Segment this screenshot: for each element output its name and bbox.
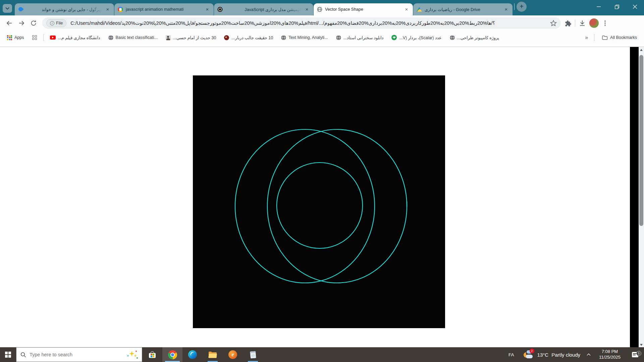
bookmark-item[interactable]: عدد (Scalar)، بردار (V...	[388, 33, 444, 42]
bookmark-item[interactable]: دانلود سخنرانی استاد...	[333, 33, 387, 42]
bookmark-item[interactable]: 30 حدیث از امام حسی...	[163, 33, 219, 42]
window-controls	[590, 0, 644, 13]
restore-icon	[615, 5, 619, 9]
graduation-cap-icon	[391, 35, 397, 40]
clock[interactable]: 7:08 PM 11/25/2025	[594, 349, 626, 360]
tab-vector-space-shape[interactable]: Vector Space Shape ×	[314, 3, 413, 15]
bookmarks-separator	[594, 34, 594, 41]
reload-button[interactable]	[28, 17, 40, 29]
scroll-down-button[interactable]	[639, 342, 644, 348]
download-manager-icon: e	[228, 350, 237, 359]
new-tab-button[interactable]: +	[517, 2, 527, 12]
search-icon	[20, 352, 26, 358]
bookmark-label: Text Mining, Analyti...	[288, 35, 328, 40]
profile-avatar[interactable]	[589, 18, 599, 28]
bookmarks-overflow-chevron[interactable]: »	[584, 35, 589, 41]
time: 7:08 PM	[594, 349, 626, 355]
start-button[interactable]	[0, 347, 16, 362]
bookmark-label: 10 حقیقت جالب دربار...	[231, 35, 273, 40]
tab-close-icon[interactable]: ×	[503, 6, 509, 12]
browser-titlebar: ویرگول - جایی برای نوشتن و خواند × javas…	[0, 0, 644, 15]
taskbar-apps: e	[142, 347, 263, 362]
minimize-icon	[597, 5, 601, 9]
taskbar-file-explorer[interactable]	[203, 347, 223, 362]
taskbar-search[interactable]	[16, 347, 142, 362]
info-icon: i	[50, 21, 54, 25]
chevron-down-icon	[5, 7, 9, 10]
tab-google-search[interactable]: javascript animation mathemati ×	[114, 3, 214, 15]
minimize-button[interactable]	[590, 0, 608, 13]
virgool-favicon	[18, 7, 23, 12]
file-explorer-icon	[209, 352, 217, 358]
taskbar-notepad[interactable]	[243, 347, 263, 362]
bookmark-label: عدد (Scalar)، بردار (V...	[399, 35, 441, 40]
downloads-icon[interactable]	[579, 19, 586, 27]
bookmark-item[interactable]: دانشگاه مجازی فیلم م...	[47, 33, 103, 42]
copilot-sparkle-icon	[126, 350, 138, 359]
bookmark-item[interactable]: Text Mining, Analyti...	[278, 33, 331, 42]
windows-logo-icon	[5, 352, 11, 358]
url-text[interactable]: C:/Users/mahdi/Videos/فیلم%20های%20اموزش…	[70, 20, 550, 26]
file-chip-label: File	[56, 21, 63, 25]
bookmark-item[interactable]: 10 حقیقت جالب دربار...	[221, 33, 276, 42]
scrollbar-thumb[interactable]	[639, 55, 643, 226]
close-icon	[633, 5, 637, 9]
youtube-icon	[50, 36, 56, 40]
taskbar-microsoft-store[interactable]	[142, 347, 162, 362]
new-tab-area: +	[513, 0, 527, 15]
weather-badge: 2	[530, 349, 534, 353]
tab-close-icon[interactable]: ×	[404, 6, 410, 12]
google-drive-favicon	[417, 7, 422, 12]
bookmark-label: دانشگاه مجازی فیلم م...	[58, 35, 100, 40]
action-center-button[interactable]: 1	[626, 352, 644, 357]
tab-virgool[interactable]: ویرگول - جایی برای نوشتن و خواند ×	[15, 3, 114, 15]
all-bookmarks-button[interactable]: All Bookmarks	[599, 33, 640, 42]
taskbar-chrome[interactable]	[162, 347, 182, 362]
bookmark-label: 30 حدیث از امام حسی...	[173, 35, 216, 40]
extensions-icon[interactable]	[564, 19, 572, 27]
language-indicator[interactable]: FA	[503, 352, 520, 357]
page-scrollbar[interactable]	[639, 47, 644, 348]
bookmark-item[interactable]: Basic text classificati...	[105, 33, 161, 42]
temperature: 13°C	[537, 352, 549, 358]
bookmark-label: پروژه کامپیوتر طراحی...	[457, 35, 499, 40]
globe-icon	[336, 35, 341, 40]
folder-icon	[602, 35, 608, 40]
scroll-up-icon	[640, 49, 643, 51]
address-bar[interactable]: i File C:/Users/mahdi/Videos/فیلم%20های%…	[42, 17, 561, 29]
tab-separator	[514, 3, 515, 10]
tab-close-icon[interactable]: ×	[204, 6, 210, 12]
scroll-up-button[interactable]	[639, 47, 644, 53]
file-scheme-chip[interactable]: i File	[46, 19, 66, 27]
vector-space-canvas[interactable]	[193, 75, 445, 328]
maximize-restore-button[interactable]	[608, 0, 626, 13]
close-window-button[interactable]	[626, 0, 644, 13]
forward-button[interactable]	[15, 17, 28, 29]
globe-icon	[281, 35, 286, 40]
tab-close-icon[interactable]: ×	[105, 6, 111, 12]
tab-google-drive[interactable]: ریاضیات برداری - Google Drive ×	[413, 3, 513, 15]
tab-close-icon[interactable]: ×	[304, 6, 310, 12]
bookmark-item[interactable]: پروژه کامپیوتر طراحی...	[447, 33, 502, 42]
taskbar-download-manager[interactable]: e	[223, 347, 243, 362]
bookmark-grid-button[interactable]	[29, 33, 40, 42]
tab-strip: ویرگول - جایی برای نوشتن و خواند × javas…	[15, 0, 513, 15]
show-hidden-icons-button[interactable]	[584, 353, 594, 356]
menu-dots-icon[interactable]	[602, 20, 608, 26]
google-favicon	[118, 7, 123, 12]
tab-chatgpt[interactable]: انیمیشن مدل برداری JavaScript ×	[214, 3, 313, 15]
taskbar-edge[interactable]	[182, 347, 203, 362]
all-bookmarks-label: All Bookmarks	[610, 35, 637, 40]
bookmark-apps[interactable]: Apps	[4, 33, 27, 42]
bookmarks-bar: Apps دانشگاه مجازی فیلم م... Basic text …	[0, 31, 644, 44]
bookmark-star-icon[interactable]	[550, 20, 557, 26]
search-input[interactable]	[30, 352, 123, 357]
darkred-circle-icon	[224, 35, 229, 40]
tab-list-chevron-button[interactable]	[3, 4, 12, 13]
toolbar-divider	[575, 20, 575, 26]
weather-widget[interactable]: 2 13°C Partly cloudy	[520, 350, 584, 360]
back-icon	[6, 20, 13, 26]
back-button[interactable]	[3, 17, 15, 29]
date: 11/25/2025	[594, 355, 626, 360]
chrome-icon	[168, 350, 177, 359]
